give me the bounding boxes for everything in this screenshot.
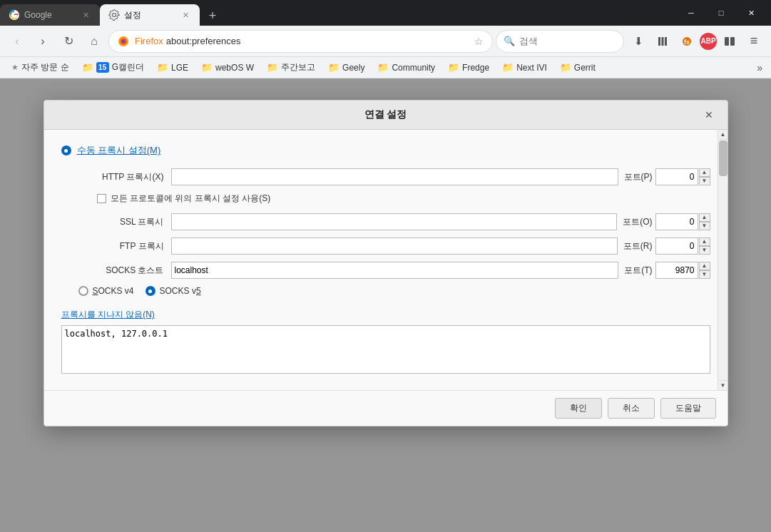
address-url: about:preferences: [166, 36, 241, 46]
socks-v5-radio[interactable]: [145, 286, 155, 296]
home-button[interactable]: ⌂: [83, 30, 106, 53]
socks-port-up[interactable]: ▲: [699, 262, 710, 270]
socks-v5-option[interactable]: SOCKS v5: [145, 286, 201, 296]
ftp-proxy-label: FTP 프록시: [78, 240, 171, 252]
svg-rect-4: [658, 37, 660, 46]
bookmark-fredge[interactable]: 📁 Fredge: [442, 61, 495, 74]
socks-port-down[interactable]: ▼: [699, 270, 710, 279]
scrollbar-up-button[interactable]: ▲: [718, 130, 727, 140]
dialog-title-bar: 연결 설정 ✕: [44, 101, 727, 130]
tab-settings-close[interactable]: ✕: [180, 9, 191, 21]
ftp-proxy-input[interactable]: [171, 237, 618, 255]
socks-port-spinner: ▲ ▼: [699, 262, 710, 279]
socks-host-row: SOCKS 호스트 포트(T) ▲ ▼: [61, 262, 710, 279]
manual-proxy-radio[interactable]: [61, 145, 71, 155]
no-proxy-label[interactable]: 프록시를 지나지 않음(N): [61, 309, 710, 321]
bookmark-gcal-label: G캘린더: [112, 61, 144, 73]
tab-settings-title: 설정: [124, 9, 175, 21]
new-tab-button[interactable]: +: [203, 6, 223, 26]
svg-rect-10: [730, 37, 735, 46]
navigation-toolbar: ‹ › ↻ ⌂ Firefox about:preferences ☆ 🔍: [0, 26, 771, 57]
ssl-proxy-row: SSL 프록시 포트(O) ▲ ▼: [61, 213, 710, 230]
forward-button[interactable]: ›: [31, 30, 54, 53]
bookmark-recent[interactable]: ★ 자주 방문 순: [6, 60, 75, 75]
bookmark-gcal[interactable]: 📁 15 G캘린더: [76, 60, 150, 75]
connection-settings-dialog: 연결 설정 ✕ ▲ ▼ 수동 프록시 설정(M): [44, 100, 728, 426]
svg-text:fx: fx: [684, 39, 690, 46]
no-proxy-textarea[interactable]: localhost, 127.0.0.1: [61, 325, 710, 374]
tab-bar: Google ✕ 설정 ✕ +: [0, 0, 671, 26]
reload-button[interactable]: ↻: [57, 30, 80, 53]
no-proxy-section: 프록시를 지나지 않음(N) localhost, 127.0.0.1: [61, 309, 710, 376]
bookmarks-more-button[interactable]: »: [754, 61, 765, 75]
extension-button[interactable]: fx: [675, 30, 698, 53]
search-bar[interactable]: 🔍: [496, 30, 624, 53]
http-proxy-input[interactable]: [171, 168, 618, 185]
http-port-label: 포트(P): [624, 171, 653, 183]
ssl-port-up[interactable]: ▲: [699, 213, 710, 222]
ftp-port-input[interactable]: [655, 237, 698, 255]
close-button[interactable]: ✕: [737, 0, 765, 26]
ftp-port-up[interactable]: ▲: [699, 237, 710, 246]
socks-host-input[interactable]: [171, 262, 619, 279]
all-protocols-checkbox[interactable]: [97, 194, 106, 203]
content-area: 연결 설정 ✕ ▲ ▼ 수동 프록시 설정(M): [0, 78, 771, 532]
bookmark-community[interactable]: 📁 Community: [372, 61, 441, 74]
bookmark-community-label: Community: [392, 63, 435, 73]
address-text: Firefox about:preferences: [135, 36, 469, 46]
tab-google-close[interactable]: ✕: [80, 9, 91, 21]
http-port-down[interactable]: ▼: [699, 177, 710, 185]
ssl-proxy-input[interactable]: [171, 213, 618, 230]
bookmark-lge-label: LGE: [171, 63, 188, 73]
back-button[interactable]: ‹: [6, 30, 29, 53]
library-button[interactable]: [651, 30, 674, 53]
bookmark-webos[interactable]: 📁 webOS W: [195, 61, 260, 74]
dialog-body: ▲ ▼ 수동 프록시 설정(M) HTTP 프록시(X): [44, 130, 727, 390]
ftp-proxy-row: FTP 프록시 포트(R) ▲ ▼: [61, 237, 710, 255]
ssl-port-down[interactable]: ▼: [699, 222, 710, 230]
ssl-port-spinner: ▲ ▼: [699, 213, 710, 230]
bookmark-weekly[interactable]: 📁 주간보고: [261, 60, 321, 75]
bookmark-star-icon[interactable]: ☆: [474, 36, 484, 47]
socks-v4-option[interactable]: SOCKS v4: [78, 286, 134, 296]
bookmark-weekly-icon: 📁: [267, 62, 278, 73]
firefox-logo-icon: [118, 36, 129, 47]
cancel-button[interactable]: 취소: [608, 398, 655, 419]
tab-settings[interactable]: 설정 ✕: [100, 4, 200, 26]
help-button[interactable]: 도움말: [660, 398, 716, 419]
download-button[interactable]: ⬇: [627, 30, 650, 53]
reader-view-button[interactable]: [718, 30, 741, 53]
http-port-up[interactable]: ▲: [699, 168, 710, 177]
bookmark-gerrit[interactable]: 📁 Gerrit: [554, 61, 601, 74]
ftp-port-label: 포트(R): [623, 240, 653, 252]
http-proxy-row: HTTP 프록시(X) 포트(P) ▲ ▼: [61, 168, 710, 185]
ssl-proxy-label: SSL 프록시: [78, 216, 171, 228]
bookmarks-bar: ★ 자주 방문 순 📁 15 G캘린더 📁 LGE 📁 webOS W 📁 주간…: [0, 57, 771, 78]
ssl-port-input[interactable]: [655, 213, 698, 230]
tab-google[interactable]: Google ✕: [0, 4, 100, 26]
dialog-close-button[interactable]: ✕: [702, 108, 716, 122]
ok-button[interactable]: 확인: [555, 398, 602, 419]
address-bar[interactable]: Firefox about:preferences ☆: [108, 30, 493, 53]
adblock-button[interactable]: ABP: [700, 33, 717, 50]
bookmark-nextivi[interactable]: 📁 Next IVI: [496, 61, 553, 74]
bookmark-geely[interactable]: 📁 Geely: [322, 61, 370, 74]
manual-proxy-label[interactable]: 수동 프록시 설정(M): [77, 144, 161, 157]
minimize-button[interactable]: ─: [677, 0, 705, 26]
bookmark-gcal-num: 15: [96, 62, 109, 73]
ftp-port-down[interactable]: ▼: [699, 246, 710, 255]
dialog-footer: 확인 취소 도움말: [44, 390, 727, 426]
search-input[interactable]: [519, 36, 616, 46]
scrollbar-down-button[interactable]: ▼: [718, 380, 727, 390]
http-port-input[interactable]: [655, 168, 698, 185]
bookmark-fredge-label: Fredge: [462, 63, 489, 73]
menu-button[interactable]: ≡: [742, 30, 765, 53]
socks-port-input[interactable]: [655, 262, 698, 279]
google-favicon: [9, 9, 20, 21]
maximize-button[interactable]: □: [707, 0, 735, 26]
bookmark-lge[interactable]: 📁 LGE: [151, 61, 194, 74]
svg-point-3: [122, 40, 125, 43]
bookmark-gcal-folder-icon: 📁: [82, 62, 93, 73]
socks-port-wrap: ▲ ▼: [655, 262, 710, 279]
socks-v4-radio[interactable]: [78, 286, 88, 296]
